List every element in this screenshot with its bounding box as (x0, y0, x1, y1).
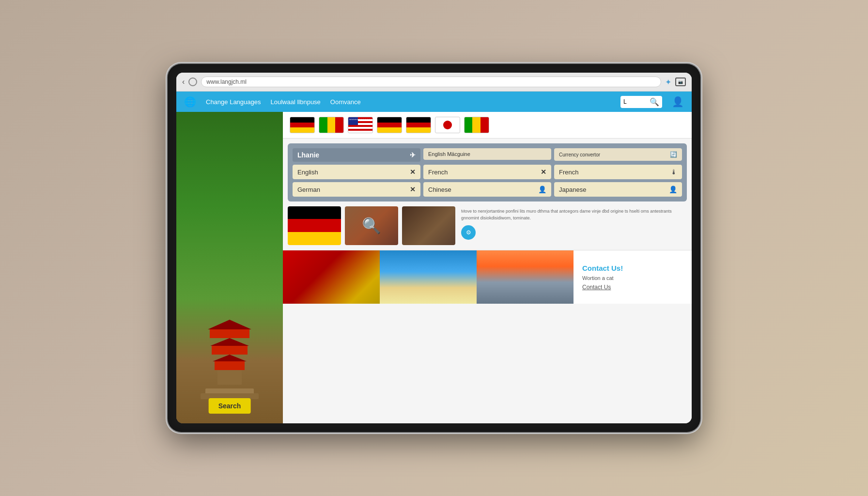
nav-change-languages[interactable]: Change Languages (206, 98, 261, 106)
flags-row: ★★★★★★★★★★★★★★★★★★★★★★★★★★★★★★★★★★★★★★★★… (283, 112, 692, 139)
thumb-settings-icon[interactable]: ⚙ (461, 225, 476, 240)
lang-header-lhanie: Lhanie ✈ (293, 148, 420, 162)
bookmark-icon[interactable]: ✦ (665, 78, 671, 87)
french-settings-icon[interactable]: 🌡 (670, 168, 677, 176)
flag-usa[interactable]: ★★★★★★★★★★★★★★★★★★★★★★★★★★★★★★★★★★★★★★★★… (348, 117, 373, 133)
nav-oomvance[interactable]: Oomvance (330, 98, 361, 106)
flag-japan[interactable] (435, 117, 460, 133)
flag-germany-1[interactable] (290, 117, 315, 133)
contact-title: Contact Us! (582, 264, 683, 272)
lang-item-japanese[interactable]: Japanese 👤 (554, 182, 682, 197)
tablet-frame: ‹ ✦ 📷 🌐 Change Languages Loulwaal llbnpu… (168, 64, 700, 432)
thumbnail-row: 🔍 Move to nenrjortantine ponfini lits mu… (283, 206, 692, 250)
bottom-thumb-coast (380, 250, 477, 304)
pagoda-illustration (208, 320, 251, 385)
left-panel: Search (176, 112, 283, 423)
url-bar[interactable] (201, 77, 661, 87)
nav-search-input[interactable] (623, 98, 648, 105)
left-panel-image (176, 112, 283, 423)
user-icon[interactable]: 👤 (672, 96, 684, 108)
lang-item-chinese[interactable]: Chinese 👤 (423, 182, 551, 197)
browser-bar: ‹ ✦ 📷 (176, 73, 692, 92)
nav-loulwaal[interactable]: Loulwaal llbnpuse (271, 98, 321, 106)
flag-germany-3[interactable] (406, 117, 431, 133)
globe-icon: 🌐 (184, 96, 196, 108)
camera-icon: 📷 (675, 78, 686, 86)
search-button[interactable]: Search (209, 398, 251, 414)
back-button[interactable]: ‹ (182, 78, 185, 86)
lang-item-english[interactable]: English ✕ (293, 165, 420, 179)
plane-icon: ✈ (410, 151, 416, 159)
nav-bar: 🌐 Change Languages Loulwaal llbnpuse Oom… (176, 92, 692, 112)
currency-icon: 🔄 (670, 151, 677, 158)
contact-subtitle: Wortion a cat (582, 275, 683, 281)
bottom-thumb-mountain (477, 250, 574, 304)
flag-germany-2[interactable] (377, 117, 402, 133)
japanese-user-icon[interactable]: 👤 (669, 186, 677, 193)
lang-item-german[interactable]: German ✕ (293, 182, 420, 197)
thumb-germany-flag (288, 206, 341, 245)
remove-english-btn[interactable]: ✕ (410, 168, 416, 176)
currency-convertor[interactable]: Currency convertor 🔄 (554, 148, 682, 161)
tablet-screen: ‹ ✦ 📷 🌐 Change Languages Loulwaal llbnpu… (176, 73, 692, 423)
main-content: Search ★★★★★★★★★★★★★★★★★★★★★★★★★★★★★★★★★… (176, 112, 692, 423)
language-panel: Lhanie ✈ English Mäcguine Currency conve… (288, 143, 687, 202)
bottom-thumb-coins (283, 250, 380, 304)
thumb-description-text: Move to nenrjortantine ponfini lits muro… (461, 208, 685, 221)
flag-guinea[interactable] (464, 117, 489, 133)
lang-header-english-machine: English Mäcguine (423, 148, 551, 160)
contact-block: Contact Us! Wortion a cat Contact Us (574, 250, 692, 304)
remove-french-btn[interactable]: ✕ (541, 168, 546, 176)
search-icon: 🔍 (650, 97, 659, 107)
japan-circle (443, 121, 452, 129)
thumb-room (402, 206, 455, 245)
remove-german-btn[interactable]: ✕ (410, 186, 416, 193)
contact-link[interactable]: Contact Us (582, 284, 683, 291)
nav-search-box: 🔍 (620, 96, 662, 108)
bottom-section: Contact Us! Wortion a cat Contact Us (283, 250, 692, 304)
flag-mali[interactable] (319, 117, 344, 133)
reload-button[interactable] (188, 78, 197, 86)
lang-item-french-2[interactable]: French 🌡 (554, 165, 682, 179)
right-content: ★★★★★★★★★★★★★★★★★★★★★★★★★★★★★★★★★★★★★★★★… (283, 112, 692, 423)
thumb-magnifier: 🔍 (345, 206, 398, 245)
lang-item-french-1[interactable]: French ✕ (423, 165, 551, 179)
thumb-description-block: Move to nenrjortantine ponfini lits muro… (459, 206, 687, 242)
chinese-user-icon[interactable]: 👤 (538, 186, 546, 193)
